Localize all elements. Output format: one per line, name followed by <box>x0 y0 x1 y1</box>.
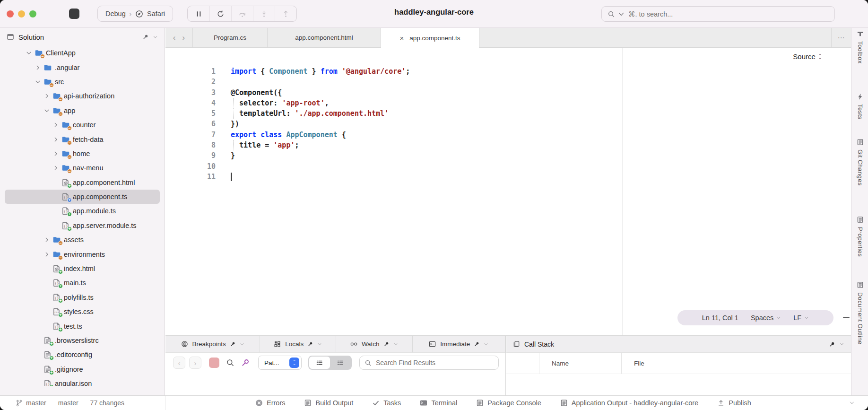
code-line-10[interactable]: 10 <box>165 161 851 172</box>
editor-tab-app-component-html[interactable]: app.component.html <box>268 28 381 47</box>
code-line-1[interactable]: 1import { Component } from '@angular/cor… <box>165 66 851 77</box>
tree-item-main-ts[interactable]: {}+main.ts <box>5 276 160 290</box>
run-configuration-selector[interactable]: Debug › Safari <box>97 6 173 22</box>
tree-item-polyfills-ts[interactable]: {}+polyfills.ts <box>5 290 160 305</box>
tree-item-api-authorization[interactable]: −api-authorization <box>5 89 160 103</box>
tool-tab-toolbox[interactable]: Toolbox <box>851 30 868 64</box>
highlight-color-swatch[interactable] <box>209 358 219 368</box>
bottom-pad-errors[interactable]: Errors <box>255 399 285 407</box>
bottom-pad-package-console[interactable]: Package Console <box>476 399 541 407</box>
expander-closed-icon[interactable] <box>52 165 59 171</box>
restart-button[interactable] <box>209 6 231 21</box>
close-window-button[interactable] <box>7 10 14 17</box>
bottom-pad-build-output[interactable]: Build Output <box>304 399 353 407</box>
step-into-button[interactable] <box>253 6 275 21</box>
tree-item-app-server-module-ts[interactable]: {}+app.server.module.ts <box>5 218 160 233</box>
pin-icon[interactable] <box>143 34 148 40</box>
pause-button[interactable] <box>188 6 209 21</box>
navigate-back-button[interactable]: ‹ <box>173 33 176 43</box>
debug-pad-tab-breakpoints[interactable]: Breakpoints <box>165 336 260 352</box>
column-header-file[interactable]: File <box>622 353 851 374</box>
tree-item-app[interactable]: −app <box>5 104 160 118</box>
global-search-field[interactable] <box>601 6 835 22</box>
tree-item-index-html[interactable]: +index.html <box>5 262 160 276</box>
tool-tab-tests[interactable]: Tests <box>851 93 868 119</box>
close-tab-icon[interactable]: × <box>399 34 404 42</box>
find-results-search-field[interactable] <box>359 356 499 370</box>
editor-tab-app-component-ts[interactable]: ×app.component.ts <box>381 28 479 48</box>
tool-tab-git-changes[interactable]: Git Changes <box>851 139 868 186</box>
tree-item-gitignore[interactable]: +.gitignore <box>5 362 160 376</box>
bottom-pad-publish[interactable]: Publish <box>717 399 751 407</box>
pin-icon[interactable] <box>230 341 235 347</box>
tool-tab-document-outline[interactable]: Document Outline <box>851 281 868 344</box>
expander-closed-icon[interactable] <box>43 236 50 243</box>
tree-item-clientapp[interactable]: −ClientApp <box>5 46 160 60</box>
code-line-2[interactable]: 2 <box>165 77 851 87</box>
chevron-down-icon[interactable] <box>484 342 488 347</box>
global-search-input[interactable] <box>627 10 829 18</box>
debug-pad-tab-watch[interactable]: Watch <box>336 336 413 352</box>
tree-item-assets[interactable]: −assets <box>5 233 160 247</box>
chevron-down-icon[interactable] <box>839 341 844 347</box>
find-next-button[interactable]: › <box>189 357 201 369</box>
chevron-down-icon[interactable] <box>240 342 244 347</box>
code-line-6[interactable]: 6}) <box>165 119 851 129</box>
chevron-down-icon[interactable] <box>393 342 398 347</box>
expander-closed-icon[interactable] <box>52 136 59 143</box>
tree-item-editorconfig[interactable]: +.editorconfig <box>5 348 160 362</box>
code-line-3[interactable]: 3@Component({ <box>165 87 851 98</box>
expander-closed-icon[interactable] <box>35 64 41 71</box>
step-over-button[interactable] <box>231 6 253 21</box>
line-ending-selector[interactable]: LF <box>793 314 809 322</box>
chevron-down-icon[interactable] <box>849 400 855 406</box>
pin-results-icon[interactable] <box>241 358 250 367</box>
tree-item-app-module-ts[interactable]: {}+app.module.ts <box>5 204 160 218</box>
view-selector-stepper[interactable]: ⌃⌄ <box>818 54 822 59</box>
expander-closed-icon[interactable] <box>52 122 59 128</box>
tree-item-environments[interactable]: −environments <box>5 247 160 261</box>
expander-open-icon[interactable] <box>26 50 32 56</box>
zoom-window-button[interactable] <box>29 10 36 17</box>
chevron-down-icon[interactable] <box>317 342 322 347</box>
tree-item-nav-menu[interactable]: −nav-menu <box>5 161 160 175</box>
bottom-pad-application-output-haddley-angular-core[interactable]: Application Output - haddley-angular-cor… <box>560 399 698 407</box>
pin-icon[interactable] <box>829 341 835 347</box>
tree-item-angular-json[interactable]: {}+angular.json <box>5 376 160 386</box>
debug-pad-tab-immediate[interactable]: Immediate <box>413 336 505 352</box>
tool-tab-properties[interactable]: Properties <box>851 216 868 257</box>
debug-pad-tab-locals[interactable]: Locals <box>260 336 336 352</box>
find-results-input[interactable] <box>375 358 494 367</box>
code-line-5[interactable]: 5 templateUrl: './app.component.html' <box>165 108 851 119</box>
tree-item-app-component-ts[interactable]: {}+app.component.ts <box>5 190 160 204</box>
chevron-down-icon[interactable] <box>153 35 158 40</box>
expander-open-icon[interactable] <box>43 107 50 114</box>
column-header-name[interactable]: Name <box>539 353 622 374</box>
git-branch-status[interactable]: master master 77 changes <box>0 396 165 410</box>
pin-icon[interactable] <box>384 341 389 347</box>
expander-closed-icon[interactable] <box>43 251 50 258</box>
navigate-forward-button[interactable]: › <box>182 33 185 43</box>
stop-debug-button[interactable] <box>69 9 79 19</box>
tree-item-fetch-data[interactable]: −fetch-data <box>5 132 160 146</box>
list-view-segment[interactable] <box>309 357 330 369</box>
pattern-dropdown[interactable]: Pat... ⌃⌄ <box>258 356 302 370</box>
bottom-pad-tasks[interactable]: Tasks <box>372 399 401 407</box>
bottom-pad-terminal[interactable]: Terminal <box>420 399 457 407</box>
detail-view-segment[interactable] <box>330 357 351 369</box>
tree-item-app-component-html[interactable]: +app.component.html <box>5 175 160 190</box>
indentation-selector[interactable]: Spaces <box>751 314 781 322</box>
code-line-4[interactable]: 4 selector: 'app-root', <box>165 98 851 108</box>
tree-item-counter[interactable]: −counter <box>5 118 160 132</box>
tree-item-angular[interactable]: .angular <box>5 60 160 74</box>
pin-icon[interactable] <box>308 341 313 347</box>
pin-icon[interactable] <box>474 341 479 347</box>
search-icon[interactable] <box>226 358 234 367</box>
tab-overflow-button[interactable]: ⋯ <box>831 28 851 47</box>
minimize-window-button[interactable] <box>18 10 25 17</box>
editor-tab-program-cs[interactable]: Program.cs <box>193 28 268 47</box>
expander-closed-icon[interactable] <box>43 93 50 99</box>
tree-item-browserslistrc[interactable]: +.browserslistrc <box>5 333 160 348</box>
code-line-9[interactable]: 9} <box>165 150 851 161</box>
code-line-7[interactable]: 7export class AppComponent { <box>165 130 851 140</box>
